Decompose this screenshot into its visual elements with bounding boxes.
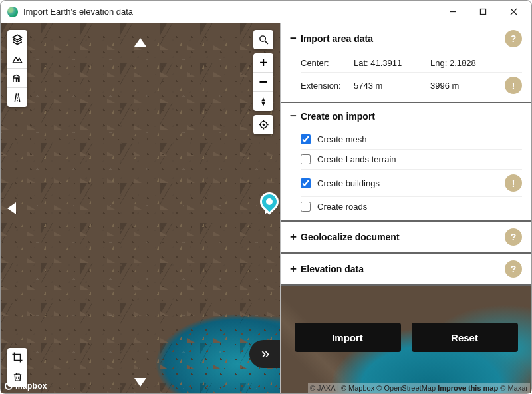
section-title: Elevation data [301,264,364,274]
section-import-area-body: Center: Lat: 41.3911 Lng: 2.1828 Extensi… [281,54,531,102]
option-create-mesh: Create mesh [301,130,522,150]
section-title: Create on import [301,111,375,122]
import-button[interactable]: Import [295,323,401,352]
layers-button[interactable] [7,30,27,49]
attr-improve-link[interactable]: Improve this map [438,384,498,392]
checkbox-label: Create mesh [317,134,366,144]
section-title: Import area data [301,33,373,44]
checkbox-create-buildings[interactable] [301,178,311,188]
checkbox-label: Create roads [317,202,367,212]
chevrons-right-icon: » [261,345,269,363]
value-lat: Lat: 41.3911 [354,58,430,68]
section-geolocalize-header[interactable]: + Geolocalize document ? [281,222,531,252]
window-controls [437,1,529,23]
svg-line-5 [265,41,267,44]
geolocate-button[interactable] [253,115,273,134]
checkbox-label: Create Lands terrain [317,154,396,164]
value-ext-w: 5743 m [354,81,430,91]
expand-icon: + [290,230,301,244]
svg-rect-1 [480,9,485,15]
compass-button[interactable] [253,92,273,111]
attr-osm-link[interactable]: © OpenStreetMap [376,384,436,392]
section-geolocalize: + Geolocalize document ? [281,222,531,254]
pan-west-button[interactable] [7,202,16,214]
crop-button[interactable] [7,348,27,367]
expand-icon: + [290,262,301,276]
warn-button[interactable]: ! [505,77,522,94]
maximize-button[interactable] [467,1,498,23]
search-button[interactable] [253,30,273,49]
zoom-out-button[interactable]: − [253,73,273,92]
checkbox-create-lands-terrain[interactable] [301,154,311,164]
buildings-button[interactable] [7,69,27,88]
help-button[interactable]: ? [505,30,522,47]
section-create-on-import: − Create on import Create mesh Create La… [281,103,531,222]
row-center: Center: Lat: 41.3911 Lng: 2.1828 [301,54,522,73]
value-lng: Lng: 2.1828 [430,58,522,68]
svg-point-4 [259,36,265,42]
section-create-body: Create mesh Create Lands terrain Create … [281,130,531,220]
section-create-header[interactable]: − Create on import [281,103,531,130]
section-elevation: + Elevation data ? [281,254,531,286]
reset-button[interactable]: Reset [412,323,518,352]
help-button[interactable]: ? [505,260,522,278]
section-title: Geolocalize document [301,232,400,242]
section-import-area-header[interactable]: − Import area data ? [281,23,531,54]
section-import-area: − Import area data ? Center: Lat: 41.391… [281,23,531,103]
label-extension: Extension: [301,81,354,91]
panel-collapse-button[interactable]: » [249,340,280,368]
app-window: Import Earth's elevation data [0,0,532,394]
checkbox-create-roads[interactable] [301,202,311,212]
minimize-button[interactable] [437,1,467,23]
body: + − » [1,23,531,393]
left-toolbar [7,30,27,107]
value-ext-h: 3996 m [430,81,505,91]
side-panel: − Import area data ? Center: Lat: 41.391… [280,23,531,393]
option-create-buildings: Create buildings ! [301,170,522,197]
checkbox-create-mesh[interactable] [301,134,311,144]
option-create-lands-terrain: Create Lands terrain [301,150,522,170]
roads-button[interactable] [7,88,27,107]
collapse-icon: − [290,110,301,123]
zoom-in-button[interactable]: + [253,53,273,73]
action-bar: Import Reset [281,313,531,361]
map-attribution: © JAXA | © Mapbox © OpenStreetMap Improv… [308,383,530,393]
titlebar: Import Earth's elevation data [1,1,531,23]
attr-mapbox-link[interactable]: © Mapbox [341,384,374,392]
checkbox-label: Create buildings [317,178,380,188]
pan-north-button[interactable] [134,38,146,47]
mapbox-logo-icon [5,382,13,390]
warn-button[interactable]: ! [505,174,522,192]
collapse-icon: − [290,32,301,45]
section-elevation-header[interactable]: + Elevation data ? [281,254,531,284]
map-marker[interactable] [256,188,280,215]
label-center: Center: [301,58,354,68]
terrain-button[interactable] [7,49,27,69]
map-controls: + − [253,30,273,134]
pan-south-button[interactable] [134,378,146,387]
window-title: Import Earth's elevation data [23,7,437,17]
svg-point-7 [262,124,265,126]
app-icon [7,7,18,17]
mapbox-logo: mapbox [5,381,47,391]
map-viewport[interactable]: + − » [1,23,280,393]
row-extension: Extension: 5743 m 3996 m ! [301,73,522,98]
option-create-roads: Create roads [301,197,522,216]
close-button[interactable] [498,1,529,23]
help-button[interactable]: ? [505,228,522,246]
